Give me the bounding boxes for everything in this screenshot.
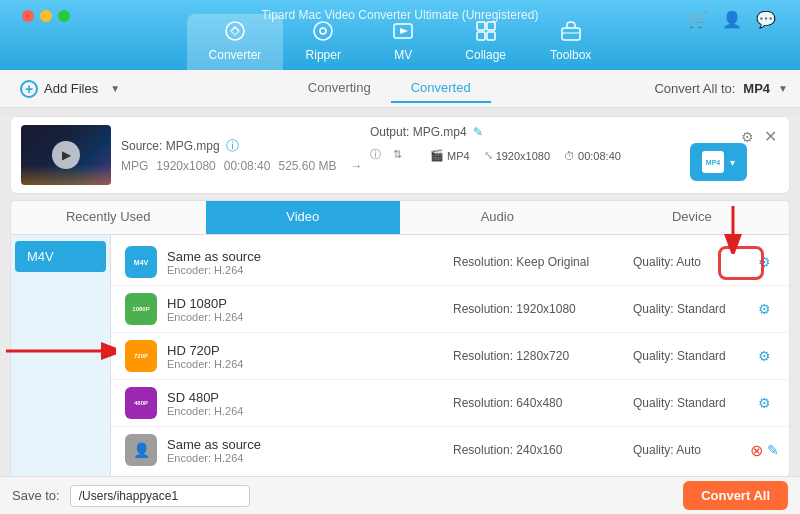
tab-mv[interactable]: MV: [363, 14, 443, 70]
save-path-input[interactable]: [70, 485, 250, 507]
format-option-info-0: Same as source Encoder: H.264: [167, 249, 443, 276]
svg-point-0: [226, 22, 244, 40]
format-option-res-2: Resolution: 1280x720: [453, 349, 623, 363]
tab-converting[interactable]: Converting: [288, 74, 391, 103]
tab-collage[interactable]: Collage: [443, 14, 528, 70]
format-option-name-2: HD 720P: [167, 343, 443, 358]
cart-icon[interactable]: 🛒: [688, 10, 708, 29]
format-selector-box[interactable]: MP4 ▾: [690, 143, 747, 181]
format-option-res-4: Resolution: 240x160: [453, 443, 623, 457]
file-resolution: 1920x1080: [156, 159, 215, 173]
arrow-right-icon: →: [351, 159, 363, 173]
format-option-name-0: Same as source: [167, 249, 443, 264]
format-badge-3: 480P: [125, 387, 157, 419]
delete-button-4[interactable]: ⊗: [750, 441, 763, 460]
tab-toolbox[interactable]: Toolbox: [528, 14, 613, 70]
sidebar-item-m4v[interactable]: M4V: [15, 241, 106, 272]
convert-all-dropdown[interactable]: ▼: [778, 83, 788, 94]
edit-output-icon[interactable]: ✎: [473, 125, 483, 139]
add-files-button[interactable]: + Add Files: [12, 76, 106, 102]
add-files-label: Add Files: [44, 81, 98, 96]
format-option-quality-3: Quality: Standard: [633, 396, 743, 410]
convert-all-area: Convert All to: MP4 ▼: [654, 81, 788, 96]
format-tabs: Recently Used Video Audio Device: [11, 201, 789, 235]
format-list-container: M4V M4V Same as source Encoder: H.264 Re…: [11, 235, 789, 477]
file-row: ▶ Source: MPG.mpg ⓘ MPG 1920x1080 00:08:…: [10, 116, 790, 194]
tab-ripper[interactable]: Ripper: [283, 14, 363, 70]
format-option-info-4: Same as source Encoder: H.264: [167, 437, 443, 464]
tab-ripper-label: Ripper: [306, 48, 341, 62]
add-files-dropdown[interactable]: ▼: [106, 79, 124, 98]
title-bar: Tipard Mac Video Converter Ultimate (Unr…: [0, 0, 800, 70]
format-option-row-2: 720P HD 720P Encoder: H.264 Resolution: …: [111, 333, 789, 380]
file-size: 525.60 MB: [278, 159, 336, 173]
tab-recently-used[interactable]: Recently Used: [11, 201, 206, 234]
format-option-name-3: SD 480P: [167, 390, 443, 405]
svg-rect-7: [487, 32, 495, 40]
format-option-quality-4: Quality: Auto: [633, 443, 743, 457]
file-settings-button[interactable]: ⚙: [739, 127, 756, 147]
format-option-action-1: ⚙: [753, 301, 775, 317]
edit-button-4[interactable]: ✎: [767, 442, 779, 458]
format-option-info-2: HD 720P Encoder: H.264: [167, 343, 443, 370]
format-option-encoder-4: Encoder: H.264: [167, 452, 443, 464]
message-icon[interactable]: 💬: [756, 10, 776, 29]
format-badge-1: 1080P: [125, 293, 157, 325]
collage-icon: [475, 20, 497, 45]
file-duration: 00:08:40: [224, 159, 271, 173]
format-option-res-1: Resolution: 1920x1080: [453, 302, 623, 316]
format-option-action-3: ⚙: [753, 395, 775, 411]
format-option-quality-0: Quality: Auto: [633, 255, 743, 269]
output-duration-label: 00:08:40: [578, 150, 621, 162]
format-panel: Recently Used Video Audio Device M4V: [10, 200, 790, 478]
output-info-icon[interactable]: ⓘ: [370, 147, 381, 162]
gear-button-2[interactable]: ⚙: [758, 348, 771, 364]
svg-rect-4: [477, 22, 485, 30]
file-format: MPG: [121, 159, 148, 173]
format-option-row-3: 480P SD 480P Encoder: H.264 Resolution: …: [111, 380, 789, 427]
tab-toolbox-label: Toolbox: [550, 48, 591, 62]
convert-all-button[interactable]: Convert All: [683, 481, 788, 510]
format-option-encoder-2: Encoder: H.264: [167, 358, 443, 370]
format-option-encoder-1: Encoder: H.264: [167, 311, 443, 323]
format-option-row-4: 👤 Same as source Encoder: H.264 Resoluti…: [111, 427, 789, 473]
tab-device[interactable]: Device: [595, 201, 790, 234]
format-option-res-0: Resolution: Keep Original: [453, 255, 623, 269]
gear-button-1[interactable]: ⚙: [758, 301, 771, 317]
format-badge-4: 👤: [125, 434, 157, 466]
header-icons: 🛒 👤 💬: [674, 10, 790, 29]
file-thumbnail: ▶: [21, 125, 111, 185]
tab-converted[interactable]: Converted: [391, 74, 491, 103]
output-format-label: MP4: [447, 150, 470, 162]
tab-converter-label: Converter: [209, 48, 262, 62]
format-option-row-1: 1080P HD 1080P Encoder: H.264 Resolution…: [111, 286, 789, 333]
converter-icon: [224, 20, 246, 45]
format-option-info-1: HD 1080P Encoder: H.264: [167, 296, 443, 323]
format-icon: MP4: [702, 151, 724, 173]
file-close-button[interactable]: ✕: [762, 125, 779, 148]
format-badge-2: 720P: [125, 340, 157, 372]
gear-button-0[interactable]: ⚙: [758, 254, 771, 270]
source-label: Source: MPG.mpg: [121, 139, 220, 153]
output-label: Output: MPG.mp4: [370, 125, 467, 139]
user-icon[interactable]: 👤: [722, 10, 742, 29]
format-option-action-0: ⚙: [753, 254, 775, 270]
tab-converter[interactable]: Converter: [187, 14, 284, 70]
gear-button-3[interactable]: ⚙: [758, 395, 771, 411]
format-badge-0: M4V: [125, 246, 157, 278]
info-icon[interactable]: ⓘ: [226, 137, 239, 155]
ripper-icon: [312, 20, 334, 45]
format-options: M4V Same as source Encoder: H.264 Resolu…: [111, 235, 789, 477]
format-option-action-2: ⚙: [753, 348, 775, 364]
format-chevron-icon: ▾: [730, 157, 735, 168]
format-option-row: M4V Same as source Encoder: H.264 Resolu…: [111, 239, 789, 286]
toolbox-icon: [560, 20, 582, 45]
tab-video[interactable]: Video: [206, 201, 401, 234]
format-option-action-4: ⊗ ✎: [753, 441, 775, 460]
save-to-label: Save to:: [12, 488, 60, 503]
tab-audio[interactable]: Audio: [400, 201, 595, 234]
convert-all-format: MP4: [743, 81, 770, 96]
sub-toolbar: + Add Files ▼ Converting Converted Conve…: [0, 70, 800, 108]
format-option-name-1: HD 1080P: [167, 296, 443, 311]
output-sort-icon[interactable]: ⇅: [393, 148, 402, 161]
